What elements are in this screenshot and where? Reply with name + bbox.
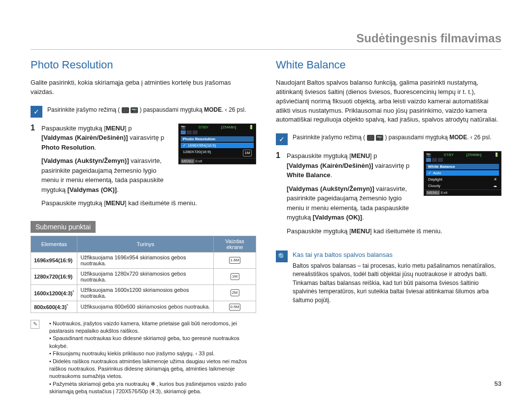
lcd-r1: Daylight☀: [426, 177, 499, 182]
res-icon-2m: 2M: [231, 289, 239, 296]
col-content: Turinys: [77, 236, 214, 252]
chapter-title: Sudėtingesnis filmavimas: [31, 31, 501, 45]
note-text-left: Pasirinkite įrašymo režimą ( 🎥 📷 ) paspa…: [47, 106, 256, 114]
section-title-wb: White Balance: [276, 59, 501, 71]
lcd-menu-title: White Balance: [426, 164, 499, 169]
check-icon: ✓: [31, 106, 42, 118]
star-icon: *: [66, 303, 68, 308]
resolution-table: Elementas Turinys Vaizdas ekrane 1696x95…: [31, 236, 256, 313]
intro-left: Galite pasirinkti, kokia skiriamąja geba…: [31, 78, 256, 97]
info-box: 🔍 Kas tai yra baltos spalvos balansas Ba…: [276, 250, 501, 305]
intro-right: Naudojant Baltos spalvos balanso funkcij…: [276, 78, 501, 125]
cloud-icon: ☁: [493, 184, 497, 188]
lcd-time: [254Min]: [466, 153, 482, 157]
magnifier-icon: 🔍: [276, 250, 288, 262]
lcd-sel: ✓Auto: [426, 170, 499, 176]
step-num-3: [276, 226, 283, 236]
check-icon: ✓: [276, 133, 288, 145]
step-num-1: 1: [276, 151, 283, 180]
lcd-preview-wb: 📷 STBY [254Min] 🔋 White Balance ✓Auto Da…: [424, 151, 501, 196]
table-row: 800x600(4:3)* Užfiksuojama 800x600 skiri…: [31, 301, 256, 313]
note-text-right: Pasirinkite įrašymo režimą ( 🎥 📷 ) paspa…: [293, 133, 501, 142]
note-bar-right: ✓ Pasirinkite įrašymo režimą ( 🎥 📷 ) pas…: [276, 133, 501, 145]
res-icon-16m: 1.6M: [229, 257, 241, 264]
table-row: 1696x954(16:9) Užfiksuojama 1696x954 ski…: [31, 252, 256, 268]
step-num-3: [31, 198, 37, 208]
lcd-preview-photo: 📷 STBY [254Min] 🔋 Photo Resolution ✓1696…: [178, 124, 256, 164]
step-num-2: [31, 156, 37, 194]
info-title: Kas tai yra baltos spalvos balansas: [293, 250, 501, 260]
table-row: 1600x1200(4:3)* Užfiksuojama 1600x1200 s…: [31, 284, 256, 301]
col-image: Vaizdas ekrane: [214, 236, 256, 252]
res-icon-05m: 0.5M: [229, 304, 241, 311]
res-icon-1m: 1M: [231, 273, 239, 280]
table-row: 1280x720(16:9) Užfiksuojama 1280x720 ski…: [31, 268, 256, 284]
star-icon: *: [72, 289, 74, 294]
note-icon: ✎: [31, 320, 39, 329]
right-column: White Balance Naudojant Baltos spalvos b…: [276, 59, 501, 398]
step-num-1: 1: [31, 124, 37, 153]
sun-icon: ☀: [494, 177, 497, 182]
submenu-heading: Submeniu punktai: [31, 221, 96, 233]
col-element: Elementas: [31, 236, 77, 252]
lcd-r2: Cloudy☁: [426, 183, 499, 188]
step-num-2: [276, 184, 283, 222]
section-divider: [31, 49, 501, 50]
lcd-sel: ✓1696X954(16:9): [181, 143, 254, 148]
camera-icon: 📷: [131, 107, 138, 113]
movie-icon: 🎥: [367, 135, 374, 141]
lcd-stby: STBY: [443, 153, 454, 157]
lcd-time: [254Min]: [221, 125, 236, 129]
page-number: 53: [495, 380, 501, 387]
lcd-r1: 1280X720(16:9)1M: [181, 149, 254, 157]
note-bar-left: ✓ Pasirinkite įrašymo režimą ( 🎥 📷 ) pas…: [31, 106, 256, 118]
section-title-photo: Photo Resolution: [31, 59, 256, 71]
lcd-menu-title: Photo Resolution: [181, 136, 254, 142]
bullets-block: ✎ • Nuotraukos, įrašytos vaizdo kamera, …: [31, 320, 256, 396]
camera-icon: 📷: [376, 135, 383, 141]
left-column: Photo Resolution Galite pasirinkti, koki…: [31, 59, 256, 398]
info-body-text: Baltos spalvos balansas – tai procesas, …: [293, 262, 501, 305]
lcd-stby: STBY: [198, 125, 208, 129]
movie-icon: 🎥: [122, 107, 129, 113]
